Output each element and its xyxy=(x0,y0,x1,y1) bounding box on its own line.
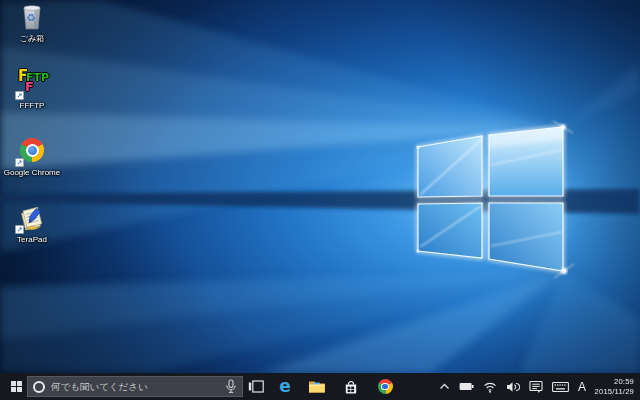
shortcut-arrow-icon: ↗ xyxy=(15,225,24,234)
volume-status[interactable] xyxy=(502,373,525,400)
action-center-icon xyxy=(529,380,543,394)
keyboard-icon xyxy=(552,381,569,393)
system-tray: A 20:59 2015/11/29 xyxy=(435,373,640,400)
chrome-button[interactable] xyxy=(372,373,398,400)
desktop-icon-google-chrome[interactable]: ↗ Google Chrome xyxy=(3,136,61,198)
svg-text:♻: ♻ xyxy=(27,12,36,23)
icon-label: FFFTP xyxy=(3,101,61,110)
windows-hero-logo xyxy=(0,0,640,373)
task-view-icon xyxy=(248,380,264,393)
task-view-button[interactable] xyxy=(243,373,269,400)
windows-desktop: ♻ ごみ箱 F FTP F ↗ FFFTP ↗ Google Chrome xyxy=(0,0,640,400)
cortana-search-box[interactable] xyxy=(27,376,243,397)
ime-mode-letter: A xyxy=(578,380,586,394)
wifi-icon xyxy=(483,381,497,393)
chevron-up-icon xyxy=(439,381,450,392)
ime-mode-button[interactable]: A xyxy=(574,373,591,400)
battery-status[interactable] xyxy=(455,373,479,400)
shortcut-arrow-icon: ↗ xyxy=(15,158,24,167)
store-button[interactable] xyxy=(338,373,364,400)
tray-expand-button[interactable] xyxy=(435,373,455,400)
terapad-icon: ↗ xyxy=(17,203,47,233)
ffftp-letter-f-pink: F xyxy=(25,79,34,94)
edge-icon: e xyxy=(279,378,291,395)
file-explorer-icon xyxy=(308,379,326,394)
cortana-circle-icon xyxy=(33,381,45,393)
desktop-icon-terapad[interactable]: ↗ TeraPad xyxy=(3,203,61,265)
wallpaper xyxy=(0,0,640,373)
chrome-icon: ↗ xyxy=(17,136,47,166)
network-status[interactable] xyxy=(479,373,502,400)
icon-label: TeraPad xyxy=(3,235,61,244)
taskbar-clock[interactable]: 20:59 2015/11/29 xyxy=(591,377,640,396)
file-explorer-button[interactable] xyxy=(304,373,330,400)
microphone-icon[interactable] xyxy=(225,379,237,394)
windows-logo-icon xyxy=(11,381,23,393)
battery-icon xyxy=(459,381,474,392)
taskbar: e xyxy=(0,373,640,400)
shortcut-arrow-icon: ↗ xyxy=(15,91,24,100)
speaker-icon xyxy=(506,381,520,393)
ime-keyboard-button[interactable] xyxy=(548,373,574,400)
clock-date: 2015/11/29 xyxy=(595,387,634,397)
store-icon xyxy=(343,379,359,395)
icon-label: ごみ箱 xyxy=(3,34,61,43)
action-center-button[interactable] xyxy=(525,373,548,400)
clock-time: 20:59 xyxy=(595,377,634,387)
chrome-icon xyxy=(378,379,393,394)
desktop-icon-recycle-bin[interactable]: ♻ ごみ箱 xyxy=(3,2,61,64)
ffftp-icon: F FTP F ↗ xyxy=(17,69,47,99)
recycle-bin-icon: ♻ xyxy=(17,2,47,32)
desktop-icon-ffftp[interactable]: F FTP F ↗ FFFTP xyxy=(3,69,61,131)
icon-label: Google Chrome xyxy=(3,168,61,177)
search-input[interactable] xyxy=(45,381,225,392)
edge-button[interactable]: e xyxy=(272,373,298,400)
